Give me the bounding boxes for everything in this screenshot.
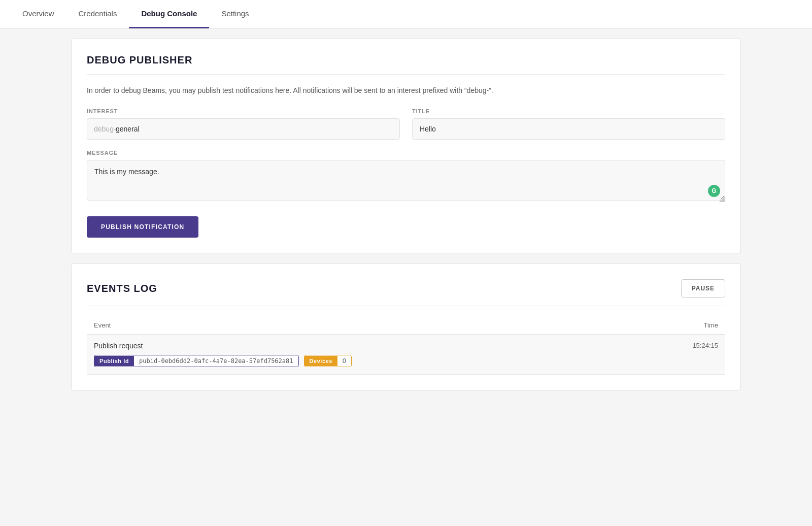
interest-input[interactable]: [87, 118, 400, 140]
tab-settings[interactable]: Settings: [209, 0, 261, 28]
tab-overview[interactable]: Overview: [10, 0, 66, 28]
devices-value: 0: [337, 355, 351, 367]
pause-button[interactable]: PAUSE: [681, 279, 725, 298]
main-content: DEBUG PUBLISHER In order to debug Beams,…: [61, 28, 751, 411]
title-input[interactable]: [412, 118, 725, 140]
event-name: Publish request: [94, 342, 636, 350]
events-log-card: EVENTS LOG PAUSE Event Time Publish requ…: [71, 264, 741, 390]
debug-publisher-description: In order to debug Beams, you may publish…: [87, 85, 725, 96]
debug-publisher-title: DEBUG PUBLISHER: [87, 54, 725, 75]
event-column-header: Event: [87, 316, 644, 335]
tab-credentials[interactable]: Credentials: [66, 0, 129, 28]
event-time: 15:24:15: [644, 335, 725, 375]
interest-input-wrapper: debug-: [87, 118, 400, 140]
events-log-title: EVENTS LOG: [87, 283, 157, 294]
events-table: Event Time Publish request Publish Id pu…: [87, 316, 725, 375]
event-cell: Publish request Publish Id pubid-0ebd6dd…: [87, 335, 644, 375]
publish-id-badge: Publish Id pubid-0ebd6dd2-0afc-4a7e-82ea…: [94, 355, 299, 367]
interest-group: INTEREST debug-: [87, 108, 400, 140]
top-navigation: Overview Credentials Debug Console Setti…: [0, 0, 812, 28]
publish-id-value: pubid-0ebd6dd2-0afc-4a7e-82ea-57efd7562a…: [134, 355, 298, 367]
table-row: Publish request Publish Id pubid-0ebd6dd…: [87, 335, 725, 375]
publish-notification-button[interactable]: PUBLISH NOTIFICATION: [87, 216, 198, 238]
devices-label: Devices: [304, 356, 337, 366]
tab-debug-console[interactable]: Debug Console: [129, 0, 209, 28]
debug-publisher-card: DEBUG PUBLISHER In order to debug Beams,…: [71, 39, 741, 253]
message-textarea-wrapper: This is my message. G: [87, 160, 725, 202]
devices-badge: Devices 0: [304, 355, 352, 367]
title-label: TITLE: [412, 108, 725, 114]
publish-id-label: Publish Id: [94, 356, 134, 366]
message-textarea[interactable]: This is my message.: [87, 160, 725, 201]
message-label: MESSAGE: [87, 150, 725, 156]
time-column-header: Time: [644, 316, 725, 335]
title-group: TITLE: [412, 108, 725, 140]
event-details: Publish Id pubid-0ebd6dd2-0afc-4a7e-82ea…: [94, 355, 636, 367]
interest-title-row: INTEREST debug- TITLE: [87, 108, 725, 140]
resize-handle[interactable]: [719, 196, 725, 202]
interest-label: INTEREST: [87, 108, 400, 114]
message-group: MESSAGE This is my message. G: [87, 150, 725, 202]
events-log-header: EVENTS LOG PAUSE: [87, 279, 725, 306]
